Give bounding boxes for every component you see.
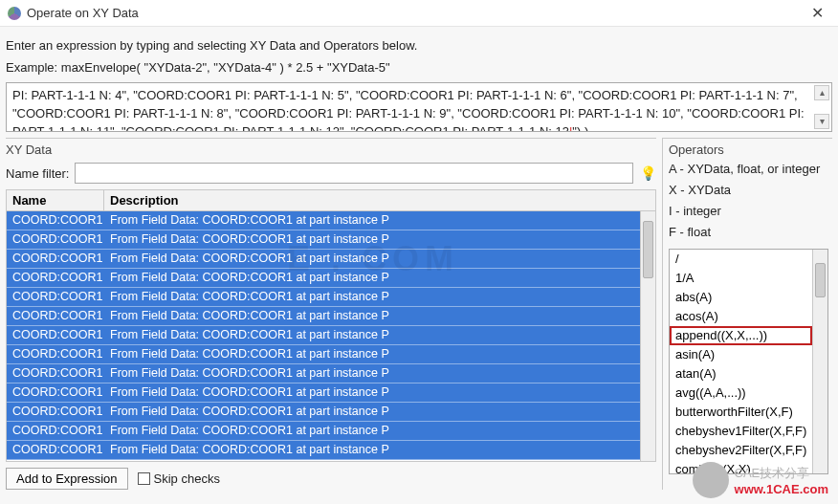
xy-table-scrollbar[interactable]: [640, 211, 655, 461]
operator-item[interactable]: combine(X,X): [670, 460, 812, 473]
cell-description: From Field Data: COORD:COOR1 at part ins…: [104, 422, 640, 440]
skip-checks-label: Skip checks: [154, 471, 220, 486]
xy-table: COORD:COOR1From Field Data: COORD:COOR1 …: [6, 211, 656, 462]
operators-panel: Operators A - XYData, float, or integer …: [662, 138, 832, 490]
cell-name: COORD:COOR1: [7, 250, 104, 268]
cell-name: COORD:COOR1: [7, 326, 104, 344]
xy-data-label: XY Data: [6, 142, 656, 157]
table-row[interactable]: COORD:COOR1From Field Data: COORD:COOR1 …: [7, 250, 640, 269]
table-row[interactable]: COORD:COOR1From Field Data: COORD:COOR1 …: [7, 288, 640, 307]
cell-description: From Field Data: COORD:COOR1 at part ins…: [104, 211, 640, 230]
op-def-a: A - XYData, float, or integer: [669, 159, 828, 180]
operators-scrollbar[interactable]: [812, 250, 827, 473]
operator-item[interactable]: chebyshev1Filter(X,F,F): [670, 422, 812, 441]
operators-label: Operators: [669, 142, 828, 157]
table-row[interactable]: COORD:COOR1From Field Data: COORD:COOR1 …: [7, 345, 640, 364]
table-row[interactable]: COORD:COOR1From Field Data: COORD:COOR1 …: [7, 383, 640, 403]
operator-item[interactable]: acos(A): [670, 307, 812, 326]
operator-item[interactable]: asin(A): [670, 345, 812, 364]
cell-description: From Field Data: COORD:COOR1 at part ins…: [104, 288, 640, 306]
window-title: Operate on XY Data: [27, 6, 804, 20]
table-row[interactable]: COORD:COOR1From Field Data: COORD:COOR1 …: [7, 230, 640, 250]
cell-description: From Field Data: COORD:COOR1 at part ins…: [104, 364, 640, 383]
content-area: Enter an expression by typing and select…: [0, 27, 838, 495]
cell-name: COORD:COOR1: [7, 288, 104, 306]
example-text: Example: maxEnvelope( "XYData-2", "XYDat…: [6, 60, 832, 75]
skip-checks-checkbox[interactable]: Skip checks: [138, 471, 220, 486]
expression-line: "COORD:COOR1 PI: PART-1-1-1 N: 8", "COOR…: [12, 105, 810, 123]
operator-item[interactable]: atan(A): [670, 364, 812, 383]
instruction-text: Enter an expression by typing and select…: [6, 38, 832, 53]
expression-line: PI: PART-1-1-1 N: 4", "COORD:COOR1 PI: P…: [12, 87, 810, 105]
cell-description: From Field Data: COORD:COOR1 at part ins…: [104, 230, 640, 249]
operator-item[interactable]: avg((A,A,...)): [670, 383, 812, 403]
cell-name: COORD:COOR1: [7, 269, 104, 287]
app-icon: [8, 7, 21, 20]
name-filter-input[interactable]: [75, 163, 633, 184]
scroll-up-icon[interactable]: ▴: [814, 85, 829, 100]
operator-item[interactable]: butterworthFilter(X,F): [670, 403, 812, 422]
table-row[interactable]: COORD:COOR1From Field Data: COORD:COOR1 …: [7, 403, 640, 422]
title-bar: Operate on XY Data ✕: [0, 0, 838, 27]
expression-line: PART-1-1-1 N: 11", "COORD:COOR1 PI: PART…: [12, 123, 810, 132]
expression-scrollbar[interactable]: ▴ ▾: [814, 85, 829, 129]
xy-data-panel: XY Data Name filter: 💡 Name Description …: [6, 138, 656, 490]
cell-name: COORD:COOR1: [7, 364, 104, 383]
table-row[interactable]: COORD:COOR1From Field Data: COORD:COOR1 …: [7, 441, 640, 460]
cell-description: From Field Data: COORD:COOR1 at part ins…: [104, 307, 640, 325]
operator-item[interactable]: chebyshev2Filter(X,F,F): [670, 441, 812, 460]
operator-item[interactable]: 1/A: [670, 269, 812, 288]
op-def-x: X - XYData: [669, 180, 828, 201]
cell-name: COORD:COOR1: [7, 211, 104, 230]
operators-list[interactable]: /1/Aabs(A)acos(A)append((X,X,...))asin(A…: [669, 249, 828, 474]
hint-bulb-icon[interactable]: 💡: [639, 164, 656, 182]
cell-description: From Field Data: COORD:COOR1 at part ins…: [104, 269, 640, 287]
operator-definitions: A - XYData, float, or integer X - XYData…: [669, 159, 828, 243]
cell-description: From Field Data: COORD:COOR1 at part ins…: [104, 403, 640, 421]
cell-name: COORD:COOR1: [7, 230, 104, 249]
cell-name: COORD:COOR1: [7, 422, 104, 440]
table-row[interactable]: COORD:COOR1From Field Data: COORD:COOR1 …: [7, 422, 640, 441]
column-header-name[interactable]: Name: [7, 190, 104, 210]
checkbox-icon[interactable]: [138, 472, 150, 485]
table-row[interactable]: COORD:COOR1From Field Data: COORD:COOR1 …: [7, 211, 640, 230]
cell-description: From Field Data: COORD:COOR1 at part ins…: [104, 345, 640, 363]
cell-description: From Field Data: COORD:COOR1 at part ins…: [104, 441, 640, 459]
cell-name: COORD:COOR1: [7, 307, 104, 325]
table-row[interactable]: COORD:COOR1From Field Data: COORD:COOR1 …: [7, 269, 640, 288]
table-row[interactable]: COORD:COOR1From Field Data: COORD:COOR1 …: [7, 326, 640, 345]
scroll-down-icon[interactable]: ▾: [814, 114, 829, 129]
op-def-i: I - integer: [669, 201, 828, 222]
add-to-expression-button[interactable]: Add to Expression: [6, 468, 128, 490]
scroll-thumb[interactable]: [815, 263, 826, 297]
cell-description: From Field Data: COORD:COOR1 at part ins…: [104, 250, 640, 268]
cell-description: From Field Data: COORD:COOR1 at part ins…: [104, 383, 640, 402]
expression-textarea[interactable]: PI: PART-1-1-1 N: 4", "COORD:COOR1 PI: P…: [6, 82, 832, 132]
table-row[interactable]: COORD:COOR1From Field Data: COORD:COOR1 …: [7, 307, 640, 326]
operator-item[interactable]: append((X,X,...)): [670, 326, 812, 345]
cell-name: COORD:COOR1: [7, 383, 104, 402]
scroll-thumb[interactable]: [643, 221, 653, 278]
table-row[interactable]: COORD:COOR1From Field Data: COORD:COOR1 …: [7, 364, 640, 383]
name-filter-label: Name filter:: [6, 166, 69, 181]
operator-item[interactable]: abs(A): [670, 288, 812, 307]
xy-table-header: Name Description: [6, 189, 656, 211]
close-button[interactable]: ✕: [804, 4, 830, 22]
operator-item[interactable]: /: [670, 250, 812, 269]
op-def-f: F - float: [669, 222, 828, 243]
cell-name: COORD:COOR1: [7, 441, 104, 459]
cell-name: COORD:COOR1: [7, 403, 104, 421]
cell-description: From Field Data: COORD:COOR1 at part ins…: [104, 326, 640, 344]
column-header-description[interactable]: Description: [104, 190, 655, 210]
cell-name: COORD:COOR1: [7, 345, 104, 363]
